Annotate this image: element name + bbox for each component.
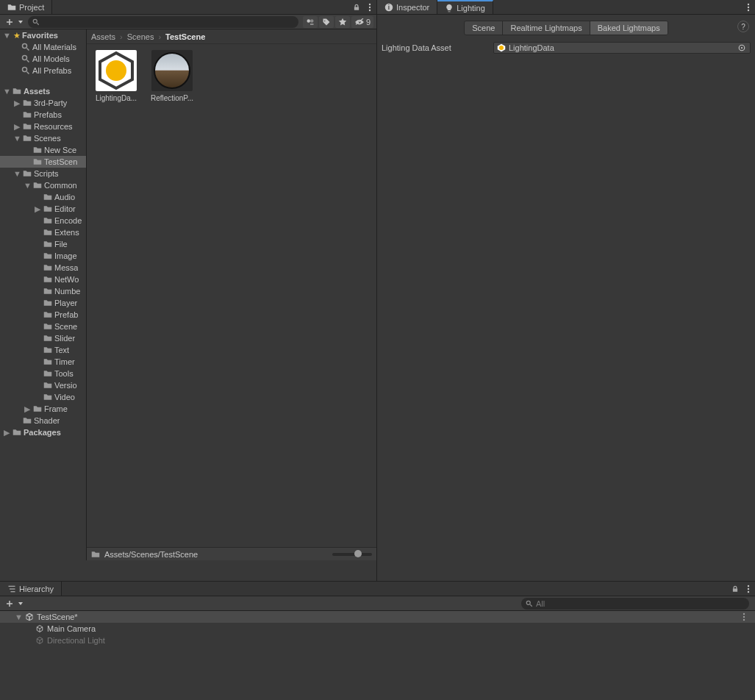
hierarchy-item-label: Main Camera [47, 624, 96, 633]
tree-item[interactable]: ▶Frame [0, 403, 86, 415]
project-search-input[interactable] [43, 18, 294, 26]
hierarchy-search[interactable] [521, 598, 749, 610]
statusbar-path: Assets/Scenes/TestScene [104, 550, 198, 559]
hierarchy-tab[interactable]: Hierarchy [0, 582, 62, 596]
tree-item[interactable]: Text [0, 344, 86, 356]
expand-arrow-icon[interactable]: ▶ [13, 99, 21, 108]
kebab-icon[interactable] [742, 582, 755, 596]
favorite-item[interactable]: All Prefabs [0, 65, 86, 76]
asset-grid[interactable]: LightingDa... ReflectionP... [87, 44, 376, 547]
hierarchy-scene-row[interactable]: ▼ TestScene* [0, 611, 755, 623]
hierarchy-toolbar [0, 596, 755, 611]
lightingdata-icon [96, 50, 137, 91]
favorite-item[interactable]: All Materials [0, 41, 86, 53]
assets-header[interactable]: ▼ Assets [0, 85, 86, 97]
tree-item[interactable]: NetWo [0, 274, 86, 285]
expand-arrow-icon[interactable]: ▼ [24, 181, 31, 190]
add-button[interactable] [3, 598, 16, 610]
tree-item[interactable]: File [0, 238, 86, 250]
tree-item[interactable]: Prefab [0, 309, 86, 321]
segment-scene[interactable]: Scene [465, 21, 503, 35]
tree-item[interactable]: ▶3rd-Party [0, 97, 86, 109]
tree-item[interactable]: Extens [0, 226, 86, 238]
object-picker-button[interactable] [737, 43, 747, 53]
lock-icon[interactable] [729, 582, 742, 596]
filter-by-type-button[interactable] [303, 16, 318, 28]
folder-icon [22, 99, 32, 107]
tree-item[interactable]: Audio [0, 191, 86, 203]
tree-item[interactable]: Scene [0, 321, 86, 332]
filter-by-label-button[interactable] [319, 16, 334, 28]
svg-point-22 [748, 590, 749, 592]
tree-item[interactable]: ▼Common [0, 179, 86, 191]
breadcrumb-item[interactable]: Scenes [127, 32, 154, 41]
hierarchy-icon [7, 585, 16, 593]
thumbnail-size-slider[interactable] [332, 553, 372, 556]
svg-point-24 [743, 613, 745, 615]
folder-icon [43, 381, 53, 390]
favorite-item[interactable]: All Models [0, 53, 86, 65]
help-button[interactable]: ? [737, 21, 749, 32]
expand-arrow-icon[interactable]: ▶ [24, 404, 31, 414]
hierarchy-item[interactable]: Main Camera [0, 623, 755, 635]
svg-point-7 [23, 56, 27, 60]
tree-item[interactable]: ▶Editor [0, 203, 86, 215]
tree-item-label: Scripts [34, 169, 59, 178]
lock-icon[interactable] [350, 0, 363, 14]
expand-arrow-icon[interactable]: ▶ [13, 122, 21, 132]
tree-item[interactable]: ▼Scripts [0, 168, 86, 179]
tree-item[interactable]: ▶Resources [0, 121, 86, 132]
breadcrumb-item[interactable]: Assets [91, 32, 115, 41]
tree-item[interactable]: Encode [0, 215, 86, 226]
reflectionprobe-icon [151, 50, 193, 91]
tree-item[interactable]: Versio [0, 379, 86, 391]
tree-item[interactable]: Prefabs [0, 109, 86, 121]
tree-item[interactable]: Messa [0, 262, 86, 274]
inspector-tab[interactable]: i Inspector [377, 0, 437, 14]
expand-arrow-icon[interactable]: ▼ [13, 134, 21, 143]
folder-icon [43, 334, 53, 343]
project-toolbar: 9 [0, 15, 376, 29]
save-search-button[interactable] [335, 16, 350, 28]
add-dropdown[interactable] [18, 598, 24, 610]
kebab-icon[interactable] [737, 611, 751, 623]
lighting-data-asset-field[interactable]: LightingData [493, 42, 751, 54]
svg-point-2 [369, 9, 371, 10]
expand-arrow-icon[interactable]: ▶ [34, 204, 41, 214]
tree-item[interactable]: New Sce [0, 144, 86, 156]
kebab-icon[interactable] [363, 0, 376, 14]
packages-header[interactable]: ▶ Packages [0, 426, 86, 438]
hierarchy-search-input[interactable] [536, 599, 745, 608]
tree-item-label: Prefab [54, 310, 78, 319]
tree-item[interactable]: Player [0, 297, 86, 309]
tree-item[interactable]: Timer [0, 356, 86, 368]
tree-item[interactable]: TestScen [0, 156, 86, 168]
add-dropdown[interactable] [18, 16, 24, 28]
lighting-segments: Scene Realtime Lightmaps Baked Lightmaps… [377, 15, 755, 41]
tree-item[interactable]: ▼Scenes [0, 132, 86, 144]
asset-item-lightingdata[interactable]: LightingDa... [93, 50, 140, 102]
tree-item[interactable]: Tools [0, 368, 86, 379]
tree-item[interactable]: Shader [0, 415, 86, 426]
tree-item[interactable]: Slider [0, 332, 86, 344]
project-search[interactable] [28, 16, 298, 28]
segment-realtime-lightmaps[interactable]: Realtime Lightmaps [503, 21, 590, 35]
hierarchy-item[interactable]: Directional Light [0, 635, 755, 646]
tree-item[interactable]: Numbe [0, 285, 86, 297]
kebab-icon[interactable] [742, 0, 755, 14]
folder-icon [91, 550, 100, 559]
favorites-header[interactable]: ▼ ★ Favorites [0, 29, 86, 41]
asset-item-reflectionprobe[interactable]: ReflectionP... [149, 50, 196, 102]
breadcrumb-item[interactable]: TestScene [165, 32, 205, 41]
svg-point-14 [748, 6, 749, 7]
add-button[interactable] [3, 16, 16, 28]
tree-item[interactable]: Video [0, 391, 86, 403]
tree-item-label: Shader [34, 416, 60, 425]
hidden-count-button[interactable]: 9 [351, 16, 373, 28]
lighting-tab[interactable]: Lighting [437, 0, 493, 14]
tree-item[interactable]: Image [0, 250, 86, 262]
search-icon [21, 43, 31, 51]
project-tab[interactable]: Project [0, 0, 52, 14]
segment-baked-lightmaps[interactable]: Baked Lightmaps [590, 21, 668, 35]
expand-arrow-icon[interactable]: ▼ [13, 169, 21, 178]
